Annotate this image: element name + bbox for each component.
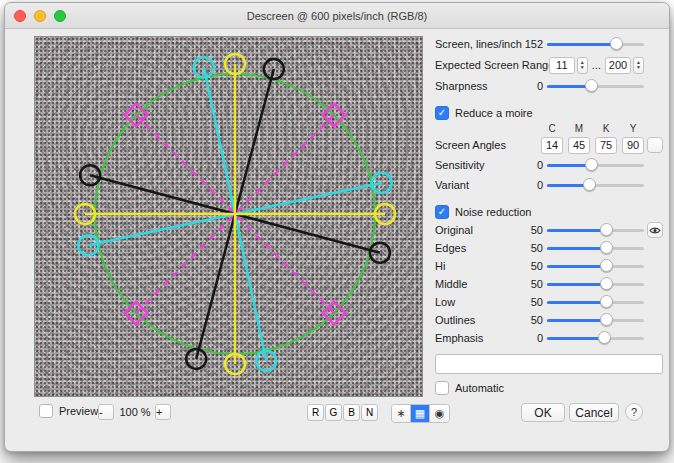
outlines-value: 50 [521,314,543,326]
noise-row-middle: Middle 50 [435,275,663,293]
cancel-button[interactable]: Cancel [569,403,619,422]
stepper-down-icon[interactable]: ▼ [636,65,641,70]
reduce-moire-checkbox[interactable]: ✓ [435,106,449,120]
expected-range-label: Expected Screen Range [435,59,549,71]
titlebar[interactable]: Descreen @ 600 pixels/inch (RGB/8) [5,3,669,29]
emphasis-slider[interactable] [547,330,644,346]
hi-slider[interactable] [547,258,644,274]
bottom-bar: ✓ Preview - 100 % + R G B N ∗ ▦ ◉ OK Can… [5,401,669,423]
yellow-screen-lines [75,54,395,374]
sensitivity-slider[interactable] [547,157,644,173]
original-preview-button[interactable] [647,222,663,238]
sharpness-row: Sharpness 0 [435,76,663,96]
preview-checkbox[interactable]: ✓ [39,404,53,418]
slider-knob[interactable] [600,241,613,254]
zoom-in-button[interactable]: + [155,404,171,420]
angles-options-button[interactable] [647,137,663,153]
slider-knob[interactable] [600,277,613,290]
zoom-button[interactable] [54,10,66,22]
noise-reduction-label: Noise reduction [455,206,531,218]
header-y: Y [622,123,644,134]
cmyk-headers-row: C M K Y [435,122,663,135]
edges-slider[interactable] [547,240,644,256]
original-slider[interactable] [547,222,644,238]
slider-knob[interactable] [585,158,598,171]
automatic-label: Automatic [455,382,504,394]
screen-angles-label: Screen Angles [435,139,536,151]
comment-input[interactable] [435,354,663,374]
slider-knob[interactable] [583,178,596,191]
descreen-dialog: Descreen @ 600 pixels/inch (RGB/8) [4,2,670,452]
slider-knob[interactable] [610,37,623,50]
noise-row-outlines: Outlines 50 [435,311,663,329]
preview-label: Preview [59,405,98,417]
middle-slider[interactable] [547,276,644,292]
low-slider[interactable] [547,294,644,310]
noise-reduction-checkbox[interactable]: ✓ [435,205,449,219]
stepper-down-icon[interactable]: ▼ [580,65,585,70]
edges-label: Edges [435,242,521,254]
angle-m-field[interactable]: 45 [568,137,590,154]
slider-knob[interactable] [600,313,613,326]
slider-knob[interactable] [600,259,613,272]
variant-value: 0 [521,179,543,191]
sharpness-label: Sharpness [435,80,521,92]
channel-b-button[interactable]: B [343,404,360,421]
channel-g-button[interactable]: G [325,404,342,421]
automatic-row: ✓ Automatic [435,379,663,397]
sharpness-slider[interactable] [547,78,644,94]
noise-row-edges: Edges 50 [435,239,663,257]
range-max-field[interactable]: 200 [605,57,631,74]
hi-value: 50 [521,260,543,272]
noise-row-hi: Hi 50 [435,257,663,275]
range-max-stepper[interactable]: ▲ ▼ [633,57,644,74]
pattern-view-buttons: ∗ ▦ ◉ [391,404,450,423]
range-min-stepper[interactable]: ▲ ▼ [577,57,588,74]
header-k: K [595,123,617,134]
screen-lines-row: Screen, lines/inch 152 [435,34,663,54]
variant-slider[interactable] [547,177,644,193]
channel-buttons: R G B N [307,404,379,421]
channel-r-button[interactable]: R [307,404,324,421]
minimize-button[interactable] [34,10,46,22]
reduce-moire-label: Reduce a moire [455,107,533,119]
hi-label: Hi [435,260,521,272]
screen-lines-slider[interactable] [547,36,644,52]
angle-y-field[interactable]: 90 [622,137,644,154]
slider-knob[interactable] [598,331,611,344]
screen-angles-row: Screen Angles 14 45 75 90 [435,135,663,155]
slider-fill [547,43,617,46]
zoom-level: 100 % [115,406,155,418]
slider-knob[interactable] [600,295,613,308]
angle-k-field[interactable]: 75 [595,137,617,154]
channel-n-button[interactable]: N [361,404,378,421]
ok-button[interactable]: OK [521,403,565,422]
check-icon: ✓ [438,207,446,217]
preview-area[interactable] [34,36,423,397]
preview-toggle-group: ✓ Preview [39,404,98,418]
pattern-circle-button[interactable]: ◉ [430,405,449,422]
header-m: M [568,123,590,134]
pattern-dots-button[interactable]: ∗ [392,405,411,422]
low-label: Low [435,296,521,308]
sensitivity-label: Sensitivity [435,159,521,171]
outlines-slider[interactable] [547,312,644,328]
noise-row-original: Original 50 [435,221,663,239]
pattern-grid-button[interactable]: ▦ [411,405,430,422]
help-button[interactable]: ? [625,403,643,421]
outlines-label: Outlines [435,314,521,326]
variant-label: Variant [435,179,521,191]
zoom-out-button[interactable]: - [98,404,114,420]
slider-knob[interactable] [585,79,598,92]
noise-reduction-row: ✓ Noise reduction [435,203,663,221]
angle-c-field[interactable]: 14 [541,137,563,154]
range-min-field[interactable]: 11 [549,57,575,74]
sensitivity-value: 0 [521,159,543,171]
slider-knob[interactable] [600,223,613,236]
window-title: Descreen @ 600 pixels/inch (RGB/8) [5,3,669,29]
middle-label: Middle [435,278,521,290]
reduce-moire-row: ✓ Reduce a moire [435,104,663,122]
automatic-checkbox[interactable]: ✓ [435,381,449,395]
close-button[interactable] [14,10,26,22]
screen-angles-diagram [35,37,423,397]
